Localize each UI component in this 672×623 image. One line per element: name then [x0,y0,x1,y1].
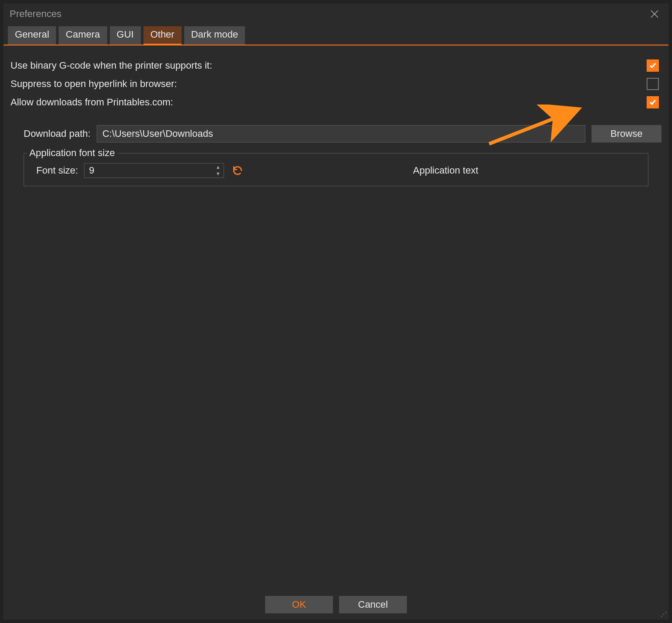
preferences-window: Preferences General Camera GUI Other Dar… [4,3,668,620]
font-size-input[interactable] [84,163,224,178]
option-suppress-hyperlink-label: Suppress to open hyperlink in browser: [10,78,177,90]
option-suppress-hyperlink: Suppress to open hyperlink in browser: [10,78,662,90]
tab-other[interactable]: Other [144,26,182,45]
titlebar: Preferences [4,3,668,24]
tab-gui[interactable]: GUI [110,26,141,45]
footer: OK Cancel [4,593,668,620]
spin-up-icon[interactable]: ▲ [213,164,223,171]
checkbox-allow-downloads[interactable] [647,96,659,108]
font-size-label: Font size: [32,165,78,176]
option-binary-gcode-label: Use binary G-code when the printer suppo… [10,60,212,71]
option-allow-downloads-label: Allow downloads from Printables.com: [10,97,173,108]
browse-button[interactable]: Browse [592,125,662,143]
font-size-legend: Application font size [27,147,118,159]
spin-down-icon[interactable]: ▼ [213,171,223,177]
cancel-button[interactable]: Cancel [339,596,407,613]
tab-general[interactable]: General [8,26,56,45]
option-binary-gcode: Use binary G-code when the printer suppo… [10,59,662,72]
tab-bar: General Camera GUI Other Dark mode [4,24,668,45]
content-panel: Use binary G-code when the printer suppo… [4,45,668,593]
option-allow-downloads: Allow downloads from Printables.com: [10,96,662,108]
download-path-row: Download path: Browse [10,125,662,143]
checkbox-suppress-hyperlink[interactable] [647,78,659,90]
download-path-input[interactable] [97,125,585,143]
tab-dark-mode[interactable]: Dark mode [184,26,245,45]
checkbox-binary-gcode[interactable] [647,59,659,72]
close-icon[interactable] [647,6,662,22]
tab-camera[interactable]: Camera [59,26,107,45]
font-size-group: Application font size Font size: ▲ ▼ App… [24,153,648,186]
font-size-spinbox[interactable]: ▲ ▼ [84,163,224,178]
window-title: Preferences [10,8,62,20]
reset-icon[interactable] [230,163,245,178]
ok-button[interactable]: OK [265,596,333,613]
download-path-label: Download path: [24,128,91,139]
font-sample-text: Application text [251,165,640,176]
